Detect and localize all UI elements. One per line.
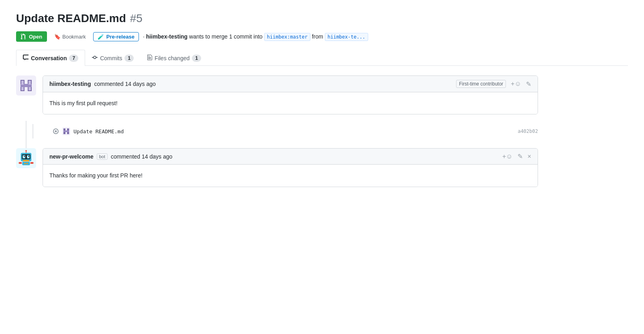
add-icon-1: + [511, 80, 514, 88]
close-comment-button[interactable]: × [528, 153, 531, 160]
page-title-number: #5 [130, 12, 143, 25]
comment-header-2: new-pr-welcome bot commented 14 days ago… [43, 149, 538, 165]
author-name-2: new-pr-welcome [49, 153, 94, 160]
edit-comment-button-2[interactable]: ✎ [518, 153, 523, 160]
head-branch[interactable]: hiimbex-te... [325, 33, 368, 41]
contributor-badge: First-time contributor [456, 80, 506, 88]
tab-conversation-count: 7 [69, 55, 78, 62]
git-merge-icon [21, 33, 26, 40]
comment-time-1: commented 14 days ago [94, 81, 155, 87]
conversation-icon [23, 54, 29, 62]
svg-rect-6 [21, 87, 24, 90]
comment-header-actions-2: + ☺ ✎ × [502, 153, 531, 160]
svg-rect-4 [21, 81, 24, 85]
tab-files-changed-count: 1 [192, 55, 201, 62]
comment-header-actions-1: First-time contributor + ☺ ✎ [456, 80, 531, 88]
open-badge-label: Open [29, 34, 42, 40]
content-area: hiimbex-testing commented 14 days ago Fi… [16, 75, 538, 187]
add-reaction-button-1[interactable]: + ☺ [511, 80, 521, 88]
from-text: from [312, 33, 325, 40]
tab-conversation-label: Conversation [31, 55, 67, 61]
meta-row: Open 🔖 Bookmark 🧪 Pre-release · hiimbex-… [16, 31, 628, 42]
svg-point-24 [28, 156, 29, 157]
emoji-icon-2: ☺ [506, 153, 512, 160]
prerelease-badge: 🧪 Pre-release [93, 32, 139, 41]
edit-icon-1: ✎ [526, 80, 531, 88]
pr-author: hiimbex-testing [146, 33, 187, 40]
bot-badge: bot [97, 153, 108, 160]
tab-commits-count: 1 [124, 55, 134, 62]
svg-rect-28 [31, 162, 34, 164]
open-badge: Open [16, 31, 47, 42]
commit-sha: a402b02 [518, 128, 538, 134]
avatar-robot [16, 148, 36, 168]
page-title-text: Update README.md [16, 12, 126, 25]
comment-text-2: Thanks for making your first PR here! [49, 172, 143, 179]
add-icon-2: + [502, 153, 506, 160]
edit-icon-2: ✎ [518, 153, 523, 160]
comment-time-2: commented 14 days ago [111, 153, 172, 160]
author-name-1: hiimbex-testing [49, 81, 91, 87]
tab-commits-label: Commits [100, 55, 122, 61]
page-title: Update README.md #5 [16, 12, 628, 25]
commit-ref: Update README.md a402b02 [53, 124, 538, 138]
svg-rect-27 [19, 162, 22, 164]
first-comment-thread: hiimbex-testing commented 14 days ago Fi… [16, 75, 538, 114]
files-changed-icon [147, 54, 152, 62]
prerelease-icon: 🧪 [98, 34, 104, 40]
comment-author-2: new-pr-welcome bot commented 14 days ago [49, 153, 172, 160]
svg-point-16 [25, 150, 27, 152]
close-icon: × [528, 153, 531, 160]
svg-rect-13 [63, 130, 69, 132]
svg-point-21 [24, 156, 25, 157]
tab-commits[interactable]: Commits 1 [85, 50, 141, 66]
svg-rect-7 [29, 87, 31, 90]
comment-text-1: This is my first pull request! [49, 100, 118, 106]
prerelease-label: Pre-release [106, 34, 135, 40]
svg-rect-5 [29, 81, 31, 85]
svg-point-9 [55, 130, 57, 132]
second-comment-thread: new-pr-welcome bot commented 14 days ago… [16, 148, 538, 187]
tab-files-changed[interactable]: Files changed 1 [141, 50, 208, 66]
svg-rect-25 [23, 160, 29, 162]
svg-point-29 [24, 163, 26, 165]
merge-text: wants to merge 1 commit into [189, 33, 263, 40]
edit-comment-button-1[interactable]: ✎ [526, 80, 531, 88]
tabs-bar: Conversation 7 Commits 1 Files changed 1 [16, 50, 628, 66]
base-branch[interactable]: hiimbex:master [264, 33, 310, 41]
commit-avatar [62, 127, 70, 135]
tab-conversation[interactable]: Conversation 7 [16, 50, 85, 66]
comment-body-1: This is my first pull request! [43, 92, 538, 114]
bookmark-label: Bookmark [62, 34, 86, 40]
svg-point-30 [26, 163, 28, 165]
bookmark-button[interactable]: 🔖 Bookmark [51, 32, 89, 41]
svg-rect-26 [22, 162, 30, 165]
avatar-hiimbex [16, 75, 36, 96]
emoji-icon-1: ☺ [515, 80, 521, 88]
commits-icon [92, 54, 98, 62]
bookmark-icon: 🔖 [54, 34, 61, 40]
comment-box-1: hiimbex-testing commented 14 days ago Fi… [43, 75, 538, 114]
add-reaction-button-2[interactable]: + ☺ [502, 153, 513, 160]
commit-message: Update README.md [73, 128, 124, 134]
tab-files-changed-label: Files changed [155, 55, 190, 61]
commit-dot-icon [53, 128, 59, 134]
comment-body-2: Thanks for making your first PR here! [43, 165, 538, 186]
merge-info: · hiimbex-testing wants to merge 1 commi… [143, 33, 368, 40]
comment-author-1: hiimbex-testing commented 14 days ago [49, 81, 156, 87]
comment-box-2: new-pr-welcome bot commented 14 days ago… [43, 148, 538, 187]
comment-header-1: hiimbex-testing commented 14 days ago Fi… [43, 76, 538, 92]
